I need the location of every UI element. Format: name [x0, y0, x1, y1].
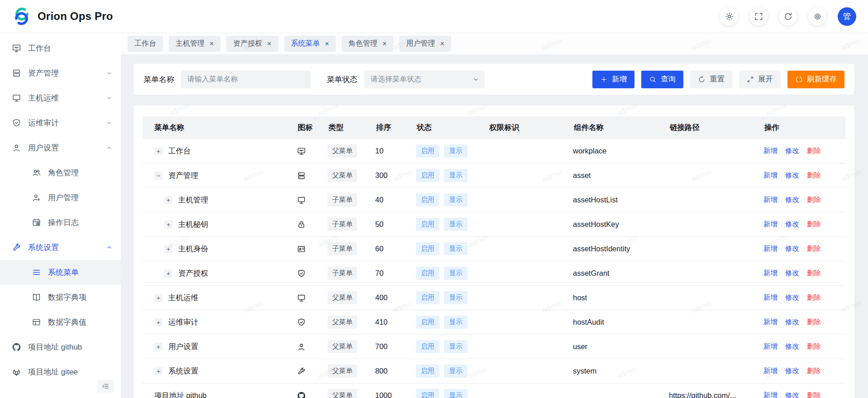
row-op-edit[interactable]: 修改: [785, 366, 799, 376]
row-expander[interactable]: +: [154, 147, 162, 155]
add-button[interactable]: 新增: [592, 71, 634, 88]
row-expander[interactable]: +: [154, 318, 162, 326]
row-op-add[interactable]: 新增: [763, 146, 777, 156]
cell-type: 父菜单: [328, 364, 375, 378]
row-op-edit[interactable]: 修改: [785, 171, 799, 180]
expand-button[interactable]: 展开: [739, 71, 781, 88]
menu-status-select[interactable]: 请选择菜单状态: [364, 71, 485, 88]
tab-role-mgmt[interactable]: 角色管理×: [342, 36, 393, 52]
tab-close-icon[interactable]: ×: [325, 40, 329, 48]
row-op-edit[interactable]: 修改: [785, 317, 799, 327]
cell-component: host: [573, 293, 669, 302]
row-op-edit[interactable]: 修改: [785, 244, 799, 254]
row-expander[interactable]: +: [164, 221, 172, 229]
column-header: 类型: [328, 123, 375, 133]
fullscreen-button[interactable]: [749, 7, 768, 25]
refresh-button[interactable]: [779, 7, 797, 25]
sidebar-item-workbench[interactable]: 工作台: [0, 36, 121, 61]
tab-user-mgmt[interactable]: 用户管理×: [399, 36, 451, 52]
settings-button[interactable]: [808, 7, 826, 25]
row-op-delete[interactable]: 删除: [807, 146, 821, 156]
row-op-delete[interactable]: 删除: [807, 293, 821, 302]
app-title: Orion Ops Pro: [38, 10, 113, 23]
sidebar-subitem-dict-item[interactable]: 数据字典项: [0, 285, 121, 310]
menu-name-text: 主机秘钥: [178, 220, 208, 230]
row-op-edit[interactable]: 修改: [785, 220, 799, 229]
tab-label: 资产授权: [233, 39, 262, 48]
row-op-edit[interactable]: 修改: [785, 269, 799, 278]
tab-close-icon[interactable]: ×: [440, 40, 444, 48]
tab-close-icon[interactable]: ×: [267, 40, 271, 48]
row-expander[interactable]: +: [164, 196, 172, 204]
row-op-add[interactable]: 新增: [763, 220, 777, 229]
row-op-edit[interactable]: 修改: [785, 391, 799, 398]
row-op-add[interactable]: 新增: [763, 293, 777, 302]
row-expander[interactable]: +: [154, 367, 162, 375]
sidebar-subitem-op-log[interactable]: 操作日志: [0, 210, 121, 235]
tab-host-mgmt[interactable]: 主机管理×: [169, 36, 220, 52]
status-tag: 显示: [444, 218, 467, 231]
sidebar-collapse-button[interactable]: [97, 380, 114, 393]
shield-icon: [297, 318, 306, 327]
wrench-icon: [12, 243, 21, 252]
row-op-delete[interactable]: 删除: [807, 317, 821, 327]
sidebar-item-system-settings[interactable]: 系统设置: [0, 235, 121, 260]
sidebar-item-asset-mgmt[interactable]: 资产管理: [0, 61, 121, 86]
row-op-edit[interactable]: 修改: [785, 293, 799, 302]
sidebar-item-user-settings[interactable]: 用户设置: [0, 135, 121, 160]
row-op-delete[interactable]: 删除: [807, 342, 821, 351]
row-op-add[interactable]: 新增: [763, 366, 777, 376]
table-row: +资产授权子菜单70启用显示assetGrant新增修改删除: [143, 261, 845, 286]
row-op-add[interactable]: 新增: [763, 317, 777, 327]
expand-icon: [747, 76, 754, 83]
sidebar-subitem-label: 数据字典值: [48, 317, 113, 327]
sidebar-item-ops-audit[interactable]: 运维审计: [0, 110, 121, 135]
search-button[interactable]: 查询: [641, 71, 683, 88]
tab-close-icon[interactable]: ×: [382, 40, 386, 48]
row-op-add[interactable]: 新增: [763, 391, 777, 398]
search-icon: [649, 76, 657, 83]
cell-status: 启用显示: [416, 389, 488, 398]
row-op-delete[interactable]: 删除: [807, 171, 821, 180]
tab-asset-grant[interactable]: 资产授权×: [226, 36, 278, 52]
tab-system-menu[interactable]: 系统菜单×: [284, 36, 336, 52]
row-op-delete[interactable]: 删除: [807, 195, 821, 205]
tab-workbench[interactable]: 工作台: [128, 36, 163, 52]
sidebar-item-github[interactable]: 项目地址 github: [0, 335, 121, 360]
row-op-delete[interactable]: 删除: [807, 269, 821, 278]
row-op-delete[interactable]: 删除: [807, 391, 821, 398]
sidebar-subitem-system-menu[interactable]: 系统菜单: [0, 260, 121, 285]
row-expander[interactable]: +: [154, 294, 162, 302]
tab-close-icon[interactable]: ×: [210, 40, 214, 48]
cell-sort: 400: [375, 293, 416, 302]
sidebar-subitem-dict-value[interactable]: 数据字典值: [0, 310, 121, 335]
sidebar-subitem-user-mgmt[interactable]: 用户管理: [0, 185, 121, 210]
row-op-edit[interactable]: 修改: [785, 195, 799, 205]
row-op-add[interactable]: 新增: [763, 342, 777, 351]
row-expander[interactable]: +: [164, 269, 172, 278]
sidebar-subitem-role-mgmt[interactable]: 角色管理: [0, 160, 121, 185]
cell-type: 父菜单: [328, 316, 375, 329]
sidebar-item-host-ops[interactable]: 主机运维: [0, 86, 121, 110]
row-op-add[interactable]: 新增: [763, 269, 777, 278]
theme-toggle-button[interactable]: [720, 7, 738, 25]
reset-button[interactable]: 重置: [690, 71, 732, 88]
row-op-delete[interactable]: 删除: [807, 366, 821, 376]
row-expander[interactable]: +: [164, 245, 172, 253]
row-op-add[interactable]: 新增: [763, 195, 777, 205]
menu-name-input[interactable]: [181, 71, 311, 88]
cell-ops: 新增修改删除: [763, 366, 845, 376]
row-op-add[interactable]: 新增: [763, 171, 777, 180]
row-op-add[interactable]: 新增: [763, 244, 777, 254]
refresh-cache-button[interactable]: 刷新缓存: [787, 71, 844, 88]
asset-icon: [12, 68, 21, 78]
row-expander[interactable]: +: [154, 343, 162, 351]
user-avatar[interactable]: 管: [838, 7, 856, 26]
row-expander[interactable]: −: [154, 172, 162, 180]
row-op-delete[interactable]: 删除: [807, 244, 821, 254]
cell-sort: 410: [375, 318, 416, 326]
row-op-delete[interactable]: 删除: [807, 220, 821, 229]
row-op-edit[interactable]: 修改: [785, 342, 799, 351]
row-op-edit[interactable]: 修改: [785, 146, 799, 156]
cell-icon: [297, 342, 328, 351]
